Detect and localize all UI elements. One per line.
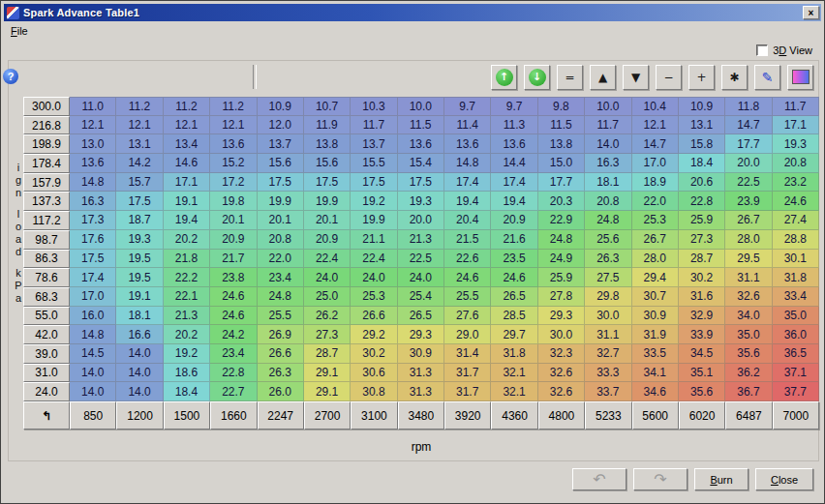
x-axis-cell[interactable]: 1200: [116, 401, 163, 430]
set-equal-button[interactable]: =: [557, 65, 583, 90]
value-cell[interactable]: 30.0: [585, 307, 631, 326]
y-axis-cell[interactable]: 39.0: [23, 344, 70, 364]
value-cell[interactable]: 29.0: [444, 325, 491, 344]
redo-button[interactable]: ↷: [633, 468, 688, 490]
value-cell[interactable]: 19.9: [351, 211, 397, 230]
value-cell[interactable]: 18.9: [632, 173, 679, 193]
x-axis-cell[interactable]: 4800: [538, 401, 585, 430]
x-axis-cell[interactable]: 3480: [398, 401, 444, 430]
value-cell[interactable]: 29.7: [491, 325, 537, 344]
value-cell[interactable]: 19.1: [164, 192, 210, 211]
value-cell[interactable]: 17.0: [70, 287, 116, 307]
value-cell[interactable]: 24.8: [585, 211, 631, 230]
value-cell[interactable]: 31.6: [679, 287, 725, 307]
value-cell[interactable]: 17.5: [351, 173, 397, 193]
value-cell[interactable]: 19.9: [258, 192, 304, 211]
value-cell[interactable]: 11.7: [773, 97, 819, 116]
value-cell[interactable]: 31.7: [444, 364, 491, 383]
value-cell[interactable]: 29.3: [398, 325, 444, 344]
value-cell[interactable]: 14.6: [164, 154, 210, 173]
value-cell[interactable]: 10.0: [398, 97, 444, 116]
value-cell[interactable]: 17.2: [210, 173, 257, 193]
value-cell[interactable]: 30.6: [351, 364, 397, 383]
value-cell[interactable]: 32.9: [679, 307, 725, 326]
value-cell[interactable]: 17.1: [773, 116, 819, 135]
y-axis-cell[interactable]: 55.0: [23, 307, 70, 326]
value-cell[interactable]: 19.1: [116, 287, 163, 307]
value-cell[interactable]: 18.4: [164, 382, 210, 401]
multiply-button[interactable]: ✱: [721, 65, 748, 90]
value-cell[interactable]: 11.5: [538, 116, 585, 135]
value-cell[interactable]: 19.4: [164, 211, 210, 230]
value-cell[interactable]: 15.5: [351, 154, 397, 173]
value-cell[interactable]: 27.6: [444, 307, 491, 326]
value-cell[interactable]: 19.9: [304, 192, 351, 211]
value-cell[interactable]: 20.8: [773, 154, 819, 173]
value-cell[interactable]: 20.8: [258, 230, 304, 250]
value-cell[interactable]: 26.9: [258, 325, 304, 344]
value-cell[interactable]: 19.5: [116, 250, 163, 269]
value-cell[interactable]: 23.9: [725, 192, 772, 211]
value-cell[interactable]: 31.1: [725, 268, 772, 287]
value-cell[interactable]: 22.7: [210, 382, 257, 401]
value-cell[interactable]: 15.4: [398, 154, 444, 173]
value-cell[interactable]: 24.0: [304, 268, 351, 287]
value-cell[interactable]: 22.8: [210, 364, 257, 383]
value-cell[interactable]: 30.9: [398, 344, 444, 364]
value-cell[interactable]: 31.7: [444, 382, 491, 401]
value-cell[interactable]: 17.5: [116, 192, 163, 211]
value-cell[interactable]: 21.3: [398, 230, 444, 250]
value-cell[interactable]: 14.0: [70, 382, 116, 401]
value-cell[interactable]: 29.1: [304, 364, 351, 383]
value-cell[interactable]: 25.3: [632, 211, 679, 230]
value-cell[interactable]: 20.6: [679, 173, 725, 193]
value-cell[interactable]: 12.1: [632, 116, 679, 135]
value-cell[interactable]: 10.9: [258, 97, 304, 116]
y-axis-cell[interactable]: 42.0: [23, 325, 70, 344]
increment-button[interactable]: ▲: [590, 65, 616, 90]
value-cell[interactable]: 26.7: [725, 211, 772, 230]
value-cell[interactable]: 11.7: [585, 116, 631, 135]
y-axis-cell[interactable]: 86.3: [23, 250, 70, 269]
value-cell[interactable]: 11.8: [725, 97, 772, 116]
value-cell[interactable]: 29.2: [351, 325, 397, 344]
value-cell[interactable]: 23.5: [491, 250, 537, 269]
value-cell[interactable]: 11.9: [304, 116, 351, 135]
value-cell[interactable]: 14.0: [116, 364, 163, 383]
value-cell[interactable]: 22.0: [632, 192, 679, 211]
value-cell[interactable]: 11.5: [398, 116, 444, 135]
x-axis-cell[interactable]: 850: [70, 401, 116, 430]
value-cell[interactable]: 29.5: [725, 250, 772, 269]
x-axis-cell[interactable]: 3100: [351, 401, 397, 430]
value-cell[interactable]: 17.5: [70, 250, 116, 269]
value-cell[interactable]: 33.7: [585, 382, 631, 401]
y-axis-cell[interactable]: 157.9: [23, 173, 70, 193]
value-cell[interactable]: 14.7: [632, 134, 679, 154]
value-cell[interactable]: 34.0: [725, 307, 772, 326]
value-cell[interactable]: 17.7: [538, 173, 585, 193]
y-axis-cell[interactable]: 68.3: [23, 287, 70, 307]
subtract-button[interactable]: −: [656, 65, 682, 90]
value-cell[interactable]: 30.2: [351, 344, 397, 364]
value-cell[interactable]: 20.8: [585, 192, 631, 211]
x-axis-cell[interactable]: 4360: [491, 401, 537, 430]
value-cell[interactable]: 12.1: [70, 116, 116, 135]
value-cell[interactable]: 14.0: [116, 344, 163, 364]
y-axis-cell[interactable]: 216.8: [23, 116, 70, 135]
value-cell[interactable]: 22.0: [258, 250, 304, 269]
value-cell[interactable]: 21.1: [351, 230, 397, 250]
value-cell[interactable]: 26.2: [304, 307, 351, 326]
view-3d-checkbox[interactable]: [756, 44, 768, 56]
value-cell[interactable]: 33.4: [773, 287, 819, 307]
value-cell[interactable]: 26.3: [585, 250, 631, 269]
value-cell[interactable]: 31.8: [773, 268, 819, 287]
value-cell[interactable]: 33.5: [632, 344, 679, 364]
value-cell[interactable]: 13.8: [538, 134, 585, 154]
value-cell[interactable]: 23.8: [210, 268, 257, 287]
value-cell[interactable]: 14.8: [70, 173, 116, 193]
value-cell[interactable]: 11.4: [444, 116, 491, 135]
value-cell[interactable]: 32.6: [725, 287, 772, 307]
value-cell[interactable]: 21.3: [164, 307, 210, 326]
value-cell[interactable]: 20.9: [210, 230, 257, 250]
value-cell[interactable]: 24.0: [398, 268, 444, 287]
